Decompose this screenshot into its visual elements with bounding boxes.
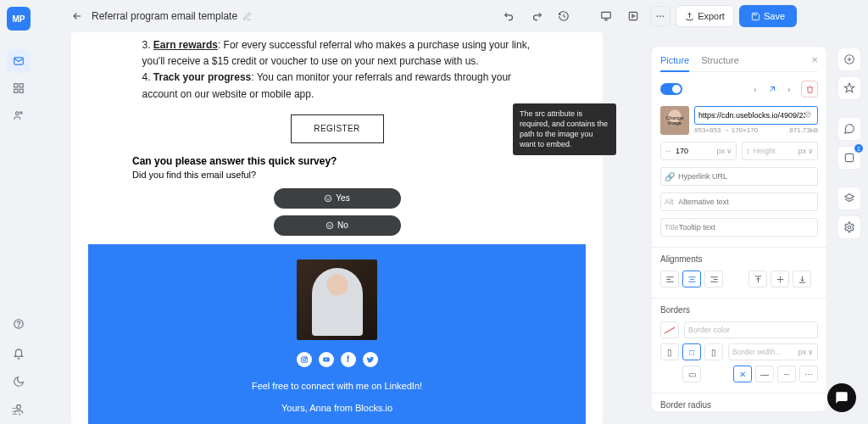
svg-point-22 [303, 358, 305, 360]
save-button[interactable]: Save [739, 5, 797, 27]
footer-connect-text: Feel free to connect with me on LinkedIn… [88, 381, 586, 391]
align-right-icon[interactable] [704, 271, 723, 287]
image-src-input[interactable] [694, 106, 818, 125]
border-style-solid-icon[interactable]: — [755, 365, 774, 382]
border-width-field[interactable]: px∨ [728, 343, 818, 360]
image-filesize: 871.73kB [789, 126, 818, 134]
tab-structure[interactable]: Structure [701, 55, 739, 71]
notifications-icon[interactable]: 1 [837, 146, 861, 170]
tab-picture[interactable]: Picture [660, 55, 689, 72]
panel-close-icon[interactable]: ✕ [811, 55, 818, 64]
export-button[interactable]: Export [676, 5, 734, 27]
history-icon[interactable] [554, 6, 574, 26]
clear-url-icon[interactable]: ⊘ [804, 109, 815, 120]
svg-point-8 [19, 326, 19, 327]
edit-title-icon[interactable] [242, 12, 252, 21]
svg-point-27 [848, 226, 851, 229]
svg-point-15 [326, 195, 332, 202]
twitter-icon[interactable] [363, 352, 378, 367]
svg-point-18 [326, 222, 333, 229]
preview-mode-icon[interactable] [623, 6, 643, 26]
collap::-icon[interactable] [10, 405, 22, 417]
svg-point-12 [657, 15, 659, 17]
right-rail: 1 [831, 0, 868, 424]
select-parent-icon[interactable] [765, 82, 779, 96]
facebook-icon[interactable]: f [341, 352, 356, 367]
preview-desktop-icon[interactable] [596, 6, 616, 26]
social-icons: f [88, 352, 586, 367]
nav-mail-icon[interactable] [7, 49, 31, 73]
register-button[interactable]: REGISTER [291, 114, 384, 143]
border-radius-label: Border radius [660, 400, 818, 410]
svg-rect-10 [602, 12, 611, 18]
nav-help-icon[interactable] [7, 312, 31, 336]
valign-middle-icon[interactable] [771, 271, 789, 287]
border-style-dashed-icon[interactable]: ┄ [777, 365, 796, 382]
image-thumbnail[interactable] [660, 106, 689, 135]
svg-rect-3 [14, 89, 18, 92]
topbar: Referral program email template Export S… [37, 0, 831, 32]
align-left-icon[interactable] [660, 271, 679, 287]
poll-yes-button[interactable]: Yes [274, 188, 401, 209]
svg-point-13 [659, 15, 661, 17]
valign-top-icon[interactable] [748, 271, 767, 287]
app-logo[interactable]: MP [7, 7, 31, 31]
svg-rect-26 [845, 153, 853, 161]
redo-icon[interactable] [526, 6, 547, 26]
youtube-icon[interactable] [319, 352, 334, 367]
border-style-none-icon[interactable]: ✕ [733, 365, 752, 382]
image-dimensions: 853×853 → 170×170 [694, 126, 758, 134]
height-field[interactable]: ↕px∨ [742, 142, 818, 160]
survey-question: Can you please answer this quick survey? [132, 155, 586, 167]
email-step-3: 3. Earn rewards: For every successful re… [142, 37, 532, 70]
hyperlink-field[interactable]: 🔗 [660, 167, 818, 186]
nav-theme-icon[interactable] [7, 370, 31, 393]
undo-icon[interactable] [499, 6, 520, 26]
layers-icon[interactable] [837, 187, 861, 210]
svg-rect-1 [14, 84, 18, 87]
poll-no-button[interactable]: No [274, 215, 401, 236]
email-step-4: 4. Track your progress: You can monitor … [142, 70, 532, 102]
settings-icon[interactable] [837, 215, 861, 239]
chat-fab[interactable] [827, 383, 856, 412]
border-all-icon[interactable]: □ [682, 343, 701, 360]
left-rail [0, 39, 37, 424]
nav-prev-icon[interactable]: ‹ [748, 82, 762, 96]
properties-panel: Picture Structure ✕ ‹ › ⊘ 853×853 → 170×… [651, 46, 827, 412]
email-canvas: 3. Earn rewards: For every successful re… [71, 32, 603, 424]
border-color-swatch[interactable] [660, 321, 679, 338]
valign-bottom-icon[interactable] [793, 271, 811, 287]
border-style-dotted-icon[interactable]: ⋯ [799, 365, 818, 382]
border-right-icon[interactable]: ▯ [704, 343, 723, 360]
instagram-icon[interactable] [297, 352, 312, 367]
email-footer-block: f Feel free to connect with me on Linked… [88, 244, 586, 424]
delete-button[interactable] [801, 81, 818, 98]
nav-people-icon[interactable] [7, 103, 31, 127]
align-center-icon[interactable] [682, 271, 701, 287]
nav-apps-icon[interactable] [7, 76, 31, 100]
nav-next-icon[interactable]: › [782, 82, 796, 96]
add-block-icon[interactable] [837, 47, 861, 71]
svg-rect-2 [19, 84, 23, 87]
svg-point-6 [20, 112, 22, 114]
borders-label: Borders [660, 305, 818, 315]
footer-signature: Yours, Anna from Blocks.io [88, 403, 586, 413]
comments-icon[interactable] [837, 117, 861, 141]
nav-bell-icon[interactable] [7, 343, 31, 366]
title-field[interactable]: Title [660, 218, 818, 237]
alt-text-field[interactable]: Alt [660, 192, 818, 211]
svg-rect-11 [629, 12, 637, 20]
survey-subtext: Did you find this email useful? [132, 170, 586, 180]
back-arrow-icon[interactable] [71, 10, 83, 22]
svg-rect-4 [19, 89, 23, 92]
author-photo[interactable] [297, 259, 377, 340]
more-menu-icon[interactable] [650, 6, 670, 26]
border-bottom-icon[interactable]: ▭ [682, 365, 701, 382]
border-color-field[interactable] [684, 321, 818, 338]
border-left-icon[interactable]: ▯ [660, 343, 679, 360]
styles-icon[interactable] [837, 76, 861, 100]
visibility-toggle[interactable] [660, 83, 682, 95]
page-title: Referral program email template [92, 10, 237, 22]
width-field[interactable]: ↔px∨ [660, 142, 737, 160]
svg-point-5 [16, 112, 19, 115]
